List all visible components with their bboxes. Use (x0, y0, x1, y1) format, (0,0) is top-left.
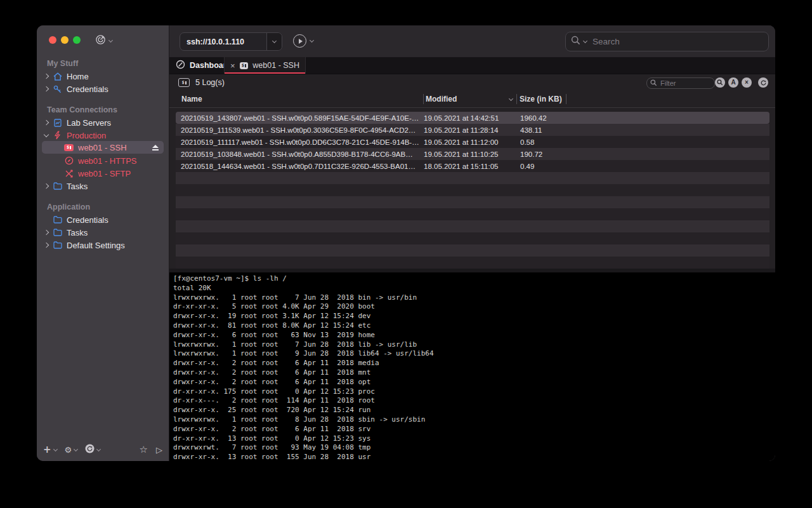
sidebar-item-tasks-app[interactable]: Tasks (42, 226, 164, 239)
terminal-line: dr-xr-xr-x. 175 root root 0 Apr 12 15:23… (173, 387, 775, 397)
tab-label: web01 - SSH (252, 61, 299, 70)
sidebar-item-lab-servers[interactable]: Lab Servers (42, 116, 164, 129)
log-count: 5 Log(s) (195, 78, 225, 87)
column-header-name[interactable]: Name (176, 94, 424, 104)
gear-icon: ⚙ (65, 445, 72, 455)
match-case-button[interactable]: A (728, 77, 738, 88)
terminal-line: lrwxrwxrwx. 1 root root 9 Jun 28 2018 li… (173, 349, 775, 359)
terminal-line: drwxr-xr-x. 2 root root 6 Apr 11 2018 mn… (173, 368, 775, 378)
filter-input[interactable] (659, 79, 711, 88)
close-window-button[interactable] (49, 36, 56, 44)
chevron-right-icon[interactable] (42, 74, 51, 78)
quick-connect-button[interactable] (95, 34, 112, 48)
sidebar-bottom-toolbar: + ⚙ ☆ ▷ (37, 443, 169, 457)
address-dropdown-button[interactable] (266, 33, 282, 50)
terminal-line: lrwxrwxrwx. 1 root root 8 Jun 28 2018 sb… (173, 415, 775, 425)
sidebar-item-credentials-app[interactable]: Credentials (42, 213, 164, 226)
section-title-application: Application (47, 203, 90, 211)
terminal-line: drwxr-xr-x. 2 root root 6 Apr 11 2018 me… (173, 359, 775, 368)
folder-icon (53, 215, 62, 224)
sidebar-item-label: web01 - SSH (78, 143, 127, 152)
close-tab-icon[interactable]: × (230, 62, 235, 70)
compass-web-icon (64, 156, 74, 165)
refresh-logs-button[interactable] (758, 77, 768, 88)
favorite-star-icon[interactable]: ☆ (140, 444, 148, 455)
chevron-right-icon[interactable] (42, 243, 51, 247)
zoom-window-button[interactable] (73, 36, 81, 44)
plus-icon: + (43, 444, 51, 455)
terminal-line: lrwxrwxrwx. 1 root root 7 Jun 28 2018 li… (173, 340, 775, 350)
settings-menu-button[interactable]: ⚙ (65, 445, 78, 455)
address-bar (180, 32, 282, 51)
terminal-line: drwxr-xr-x. 2 root root 6 Apr 11 2018 sr… (173, 425, 775, 434)
log-row[interactable]: 20210519_111539.web01 - SSH.w0t0p0.3036C… (176, 124, 769, 136)
connect-play-button[interactable] (293, 34, 313, 48)
sidebar-item-label: web01 - HTTPS (78, 156, 136, 166)
sidebar-item-tasks-team[interactable]: Tasks (42, 180, 164, 192)
search-icon (571, 36, 582, 48)
chevron-down-icon (74, 446, 78, 451)
section-title-my-stuff: My Stuff (47, 59, 78, 68)
log-row[interactable]: 20210519_143807.web01 - SSH.w0t0p0.589F1… (176, 112, 769, 124)
terminal-line: drwxr-xr-x. 2 root root 6 Apr 11 2018 op… (173, 378, 775, 387)
empty-row-stripe (176, 244, 769, 257)
chevron-right-icon[interactable] (42, 231, 51, 234)
address-input[interactable] (180, 37, 266, 46)
sidebar-item-default-settings[interactable]: Default Settings (42, 239, 164, 251)
log-row[interactable]: 20210518_144634.web01 - SSH.w0t0p0.7D11C… (176, 160, 769, 172)
active-tab-indicator (225, 72, 305, 74)
terminal-line: drwxr-xr-x. 19 root root 3.1K Apr 12 15:… (173, 312, 775, 321)
chevron-down-icon[interactable] (42, 134, 51, 137)
empty-row-stripe (176, 172, 769, 184)
terminal-output[interactable]: [fx@centos7-vm ~]$ ls -lh / total 20K lr… (169, 272, 775, 461)
search-logs-button[interactable] (715, 77, 725, 88)
run-play-icon[interactable]: ▷ (156, 445, 162, 455)
tab-web01-ssh[interactable]: × $ web01 - SSH (224, 57, 306, 74)
sidebar-item-web01-https[interactable]: web01 - HTTPS (42, 154, 164, 167)
key-icon (53, 84, 62, 93)
sidebar: My Stuff Home Credentials Team Connectio… (37, 25, 169, 461)
play-circle-icon (293, 34, 306, 48)
sidebar-item-web01-ssh[interactable]: $ web01 - SSH (42, 141, 164, 154)
folder-icon (53, 182, 62, 190)
folder-icon (53, 228, 62, 237)
add-connection-button[interactable]: + (43, 444, 57, 455)
sidebar-item-web01-sftp[interactable]: web01 - SFTP (42, 167, 164, 180)
log-panel-header: $ 5 Log(s) A × (169, 74, 775, 91)
clear-filter-button[interactable]: × (742, 77, 752, 88)
terminal-line: drwxrwxrwt. 7 root root 93 May 19 04:08 … (173, 443, 775, 453)
sidebar-item-label: Default Settings (67, 241, 125, 250)
sidebar-item-credentials[interactable]: Credentials (42, 83, 164, 95)
log-terminal-icon: $ (178, 78, 190, 87)
chevron-right-icon[interactable] (42, 87, 51, 91)
sidebar-item-label: Credentials (67, 84, 108, 94)
minimize-window-button[interactable] (61, 36, 69, 44)
sync-menu-button[interactable] (85, 444, 100, 456)
empty-row-stripe (176, 208, 769, 220)
sidebar-item-label: web01 - SFTP (78, 169, 131, 178)
sidebar-item-production[interactable]: Production (42, 129, 164, 142)
sidebar-item-home[interactable]: Home (42, 70, 164, 83)
filter-box (646, 77, 715, 89)
log-row[interactable]: 20210519_111117.web01 - SSH.w0t0p0.DD6C3… (176, 136, 769, 148)
chevron-down-icon (272, 39, 277, 43)
chevron-right-icon[interactable] (42, 184, 51, 188)
log-table-body: 20210519_143807.web01 - SSH.w0t0p0.589F1… (176, 112, 769, 269)
column-header-modified[interactable]: Modified (424, 94, 517, 104)
search-input[interactable] (591, 36, 763, 47)
terminal-line: dr-xr-x---. 2 root root 114 Apr 11 2018 … (173, 396, 775, 406)
toolbar (169, 25, 775, 57)
sidebar-item-label: Production (67, 131, 106, 140)
search-box (565, 32, 769, 51)
eject-disconnect-icon[interactable] (152, 145, 159, 150)
column-header-size[interactable]: Size (in KB) (517, 94, 566, 104)
sidebar-item-label: Tasks (67, 182, 88, 191)
sidebar-item-label: Tasks (67, 228, 88, 237)
sidebar-item-label: Lab Servers (67, 118, 111, 128)
terminal-line: dr-xr-xr-x. 13 root root 0 Apr 12 15:23 … (173, 434, 775, 444)
empty-row-stripe (176, 184, 769, 196)
chevron-right-icon[interactable] (42, 121, 51, 124)
log-row[interactable]: 20210519_103848.web01 - SSH.w0t0p0.A855D… (176, 148, 769, 160)
sidebar-item-label: Credentials (67, 215, 108, 225)
terminal-line: dr-xr-xr-x. 5 root root 4.0K Apr 29 2020… (173, 302, 775, 312)
